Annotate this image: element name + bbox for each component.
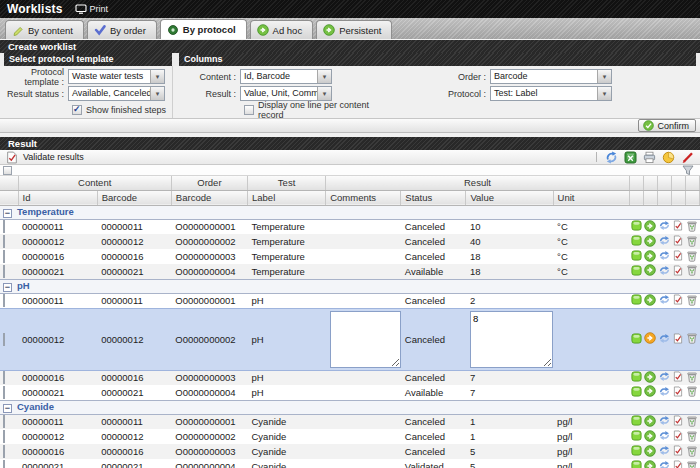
row-checkbox[interactable] xyxy=(3,220,5,233)
execute-step-icon[interactable] xyxy=(644,332,656,344)
print-button[interactable]: Print xyxy=(75,4,109,14)
execute-step-icon[interactable] xyxy=(644,445,656,457)
delete-icon[interactable] xyxy=(686,460,698,468)
tab-by-content[interactable]: By content xyxy=(5,20,84,39)
redo-icon[interactable] xyxy=(658,430,671,441)
row-checkbox[interactable] xyxy=(3,235,5,248)
execute-step-icon[interactable] xyxy=(644,220,656,232)
execute-step-icon[interactable] xyxy=(644,250,656,262)
row-checkbox[interactable] xyxy=(3,371,5,384)
collapse-group-icon[interactable]: − xyxy=(3,209,12,218)
tab-persistent[interactable]: Persistent xyxy=(316,20,392,39)
validate-icon[interactable] xyxy=(673,371,683,382)
row-checkbox[interactable] xyxy=(3,250,5,263)
execute-step-icon[interactable] xyxy=(644,385,656,397)
row-checkbox[interactable] xyxy=(3,430,5,443)
status-led-icon[interactable] xyxy=(631,265,642,276)
status-led-icon[interactable] xyxy=(631,460,642,468)
delete-icon[interactable] xyxy=(686,235,698,247)
status-led-icon[interactable] xyxy=(631,220,642,231)
row-checkbox[interactable] xyxy=(3,265,5,278)
chevron-down-icon[interactable]: ▾ xyxy=(150,87,164,100)
tab-ad-hoc[interactable]: Ad hoc xyxy=(250,20,314,39)
result-columns-select[interactable]: Value, Unit, Comments, S ▾ xyxy=(240,86,332,101)
content-columns-select[interactable]: Id, Barcode ▾ xyxy=(240,69,332,84)
collapse-group-icon[interactable]: − xyxy=(3,404,12,413)
execute-step-icon[interactable] xyxy=(644,415,656,427)
status-led-icon[interactable] xyxy=(631,235,642,246)
comments-editor[interactable] xyxy=(330,311,401,368)
delete-icon[interactable] xyxy=(686,220,698,232)
validate-icon[interactable] xyxy=(673,460,683,468)
status-led-icon[interactable] xyxy=(631,294,642,305)
status-led-icon[interactable] xyxy=(631,386,642,397)
redo-icon[interactable] xyxy=(658,235,671,246)
delete-icon[interactable] xyxy=(686,332,698,344)
redo-icon[interactable] xyxy=(658,371,671,382)
execute-step-icon[interactable] xyxy=(644,235,656,247)
validate-icon[interactable] xyxy=(673,265,683,276)
redo-icon[interactable] xyxy=(658,250,671,261)
delete-icon[interactable] xyxy=(686,371,698,383)
redo-icon[interactable] xyxy=(658,386,671,397)
validate-results-button[interactable]: Validate results xyxy=(6,151,84,164)
redo-icon[interactable] xyxy=(658,460,671,468)
redo-icon[interactable] xyxy=(658,333,671,344)
row-checkbox[interactable] xyxy=(3,333,5,346)
redo-icon[interactable] xyxy=(658,445,671,456)
status-led-icon[interactable] xyxy=(631,371,642,382)
status-led-icon[interactable] xyxy=(631,415,642,426)
print-report-icon[interactable] xyxy=(643,151,656,164)
validate-icon[interactable] xyxy=(673,250,683,261)
chevron-down-icon[interactable]: ▾ xyxy=(317,87,331,100)
validate-icon[interactable] xyxy=(673,294,683,305)
clear-filter-icon[interactable] xyxy=(681,151,694,164)
status-led-icon[interactable] xyxy=(631,430,642,441)
execute-step-icon[interactable] xyxy=(644,264,656,276)
tab-by-protocol[interactable]: By protocol xyxy=(160,19,247,39)
row-checkbox[interactable] xyxy=(3,294,5,307)
statistics-icon[interactable] xyxy=(662,151,675,164)
show-finished-steps-checkbox[interactable] xyxy=(72,105,82,115)
execute-step-icon[interactable] xyxy=(644,294,656,306)
validate-icon[interactable] xyxy=(673,445,683,456)
delete-icon[interactable] xyxy=(686,294,698,306)
filter-funnel-icon[interactable] xyxy=(682,165,694,176)
protocol-template-select[interactable]: Waste water tests ▾ xyxy=(68,69,165,84)
execute-step-icon[interactable] xyxy=(644,460,656,468)
delete-icon[interactable] xyxy=(686,430,698,442)
delete-icon[interactable] xyxy=(686,385,698,397)
validate-icon[interactable] xyxy=(673,415,683,426)
excel-export-icon[interactable] xyxy=(624,151,637,164)
validate-icon[interactable] xyxy=(673,235,683,246)
tab-by-order[interactable]: By order xyxy=(87,20,157,39)
row-checkbox[interactable] xyxy=(3,415,5,428)
validate-icon[interactable] xyxy=(673,386,683,397)
confirm-button[interactable]: Confirm xyxy=(638,119,696,132)
select-all-checkbox[interactable] xyxy=(3,166,12,175)
status-led-icon[interactable] xyxy=(631,250,642,261)
chevron-down-icon[interactable]: ▾ xyxy=(317,70,331,83)
chevron-down-icon[interactable]: ▾ xyxy=(597,87,611,100)
delete-icon[interactable] xyxy=(686,415,698,427)
redo-icon[interactable] xyxy=(658,220,671,231)
result-status-select[interactable]: Available, Canceled, Valid ▾ xyxy=(68,86,165,101)
collapse-group-icon[interactable]: − xyxy=(3,283,12,292)
protocol-columns-select[interactable]: Test: Label ▾ xyxy=(490,86,612,101)
redo-icon[interactable] xyxy=(658,265,671,276)
redo-icon[interactable] xyxy=(658,294,671,305)
refresh-icon[interactable] xyxy=(605,151,618,164)
validate-icon[interactable] xyxy=(673,333,683,344)
chevron-down-icon[interactable]: ▾ xyxy=(597,70,611,83)
status-led-icon[interactable] xyxy=(631,333,642,344)
value-editor[interactable]: 8 xyxy=(470,311,553,368)
execute-step-icon[interactable] xyxy=(644,371,656,383)
one-line-per-content-checkbox[interactable] xyxy=(244,105,254,115)
validate-icon[interactable] xyxy=(673,430,683,441)
order-columns-select[interactable]: Barcode ▾ xyxy=(490,69,612,84)
delete-icon[interactable] xyxy=(686,445,698,457)
redo-icon[interactable] xyxy=(658,415,671,426)
delete-icon[interactable] xyxy=(686,250,698,262)
row-checkbox[interactable] xyxy=(3,386,5,399)
row-checkbox[interactable] xyxy=(3,445,5,458)
